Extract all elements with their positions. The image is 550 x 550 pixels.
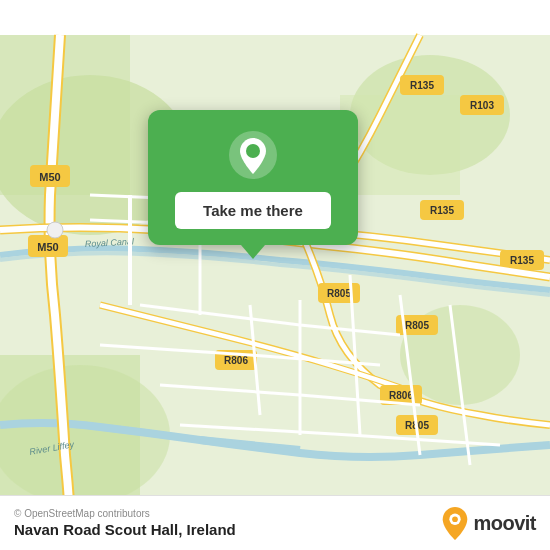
moovit-pin-icon xyxy=(441,506,469,540)
svg-text:R805: R805 xyxy=(405,320,429,331)
svg-point-35 xyxy=(246,144,260,158)
location-popup: Take me there xyxy=(148,110,358,245)
svg-text:R806: R806 xyxy=(224,355,248,366)
location-pin-icon xyxy=(228,130,278,180)
take-me-there-button[interactable]: Take me there xyxy=(175,192,331,229)
location-title: Navan Road Scout Hall, Ireland xyxy=(14,521,236,538)
attribution: © OpenStreetMap contributors xyxy=(14,508,236,519)
moovit-logo: moovit xyxy=(441,506,536,540)
svg-text:R135: R135 xyxy=(430,205,454,216)
location-info: © OpenStreetMap contributors Navan Road … xyxy=(14,508,236,538)
svg-text:R805: R805 xyxy=(327,288,351,299)
map-container: M50 M50 R135 R135 R135 R103 Royal Canal … xyxy=(0,0,550,550)
svg-text:R135: R135 xyxy=(410,80,434,91)
svg-text:M50: M50 xyxy=(37,241,58,253)
bottom-bar: © OpenStreetMap contributors Navan Road … xyxy=(0,495,550,550)
svg-text:R103: R103 xyxy=(470,100,494,111)
svg-point-33 xyxy=(47,222,63,238)
svg-text:R806: R806 xyxy=(389,390,413,401)
moovit-brand-text: moovit xyxy=(473,512,536,535)
svg-text:M50: M50 xyxy=(39,171,60,183)
svg-text:R135: R135 xyxy=(510,255,534,266)
svg-rect-6 xyxy=(340,95,460,195)
svg-point-37 xyxy=(453,516,459,522)
